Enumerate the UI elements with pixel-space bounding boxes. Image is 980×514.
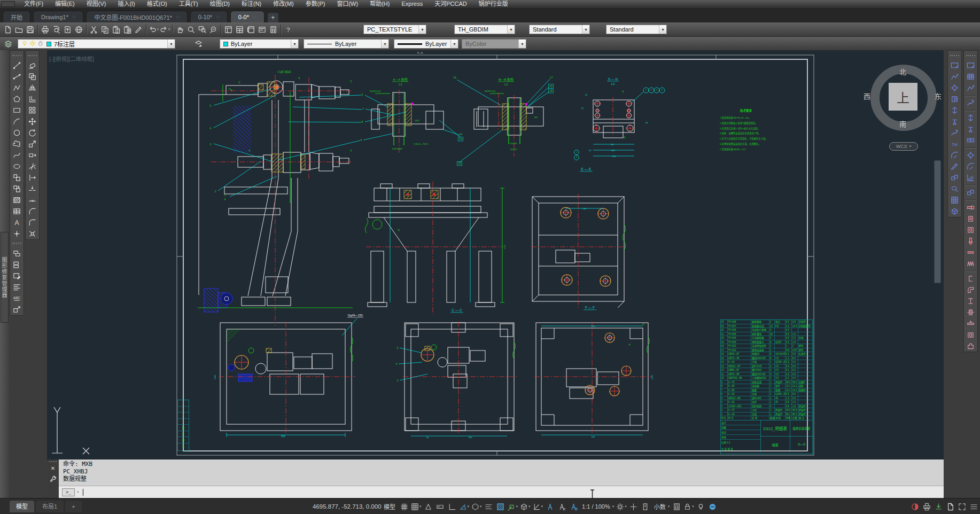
pccad-pencil-icon[interactable] bbox=[948, 161, 961, 172]
layer-on-icon[interactable] bbox=[21, 40, 28, 48]
pan-button[interactable] bbox=[174, 24, 185, 35]
layer-properties-icon[interactable] bbox=[3, 38, 14, 50]
vertical-scrollbar-thumb[interactable] bbox=[934, 160, 941, 283]
doc-tab-4[interactable]: 0-0*∷ bbox=[230, 11, 265, 22]
command-close-icon[interactable]: ✕ bbox=[51, 465, 55, 471]
pccad-text-t-icon[interactable]: Txt bbox=[948, 138, 961, 150]
pccad2-vtol-icon[interactable] bbox=[964, 123, 977, 135]
pccad2-screw2-icon[interactable] bbox=[964, 236, 977, 247]
status-quick-calc[interactable] bbox=[671, 501, 682, 512]
table-style-combo[interactable]: Standard▾ bbox=[529, 25, 590, 34]
layout-tab-布局1[interactable]: 布局1 bbox=[36, 501, 64, 512]
web-button[interactable] bbox=[73, 24, 84, 35]
menu-item-10[interactable]: 窗口(W) bbox=[331, 0, 364, 8]
drawing-area[interactable]: A—A 剖视1∶2B—B 剖视1∶2D — D1∶2E — EC — CF — … bbox=[47, 50, 944, 460]
draw-ellipse-icon[interactable] bbox=[10, 161, 24, 172]
new-button[interactable] bbox=[2, 24, 13, 35]
make-current-layer-icon[interactable] bbox=[193, 38, 204, 50]
status-status-expand[interactable] bbox=[956, 501, 967, 512]
dim-style-combo[interactable]: TH_GBDIM▾ bbox=[454, 25, 515, 34]
status-infer-constraints[interactable] bbox=[423, 501, 434, 512]
pccad-pl3-icon[interactable]: 3 bbox=[948, 71, 961, 82]
modify-erase-icon[interactable] bbox=[26, 60, 39, 71]
text-tt-copy-icon[interactable] bbox=[10, 259, 24, 270]
status-isolate-objects[interactable] bbox=[696, 501, 706, 512]
status-lock-ui[interactable]: ▾ bbox=[683, 501, 695, 512]
drawing-recovery-manager-tab[interactable]: 图形修复管理器 bbox=[1, 232, 9, 323]
status-transparency[interactable] bbox=[495, 501, 506, 512]
redo-button[interactable]: ▾ bbox=[159, 24, 170, 35]
pccad2-weld-icon[interactable] bbox=[964, 97, 977, 108]
status-dynamic-input[interactable] bbox=[435, 501, 446, 512]
doc-tab-1[interactable]: Drawing1*∷ bbox=[33, 11, 83, 22]
status-ortho-mode[interactable] bbox=[447, 501, 457, 512]
pccad2-nut2-icon[interactable] bbox=[964, 213, 977, 224]
pccad2-bearing-icon[interactable] bbox=[964, 224, 977, 236]
draw-line-icon[interactable] bbox=[10, 60, 24, 71]
modify-trim-icon[interactable] bbox=[26, 161, 39, 172]
menu-item-12[interactable]: Express bbox=[395, 0, 429, 8]
layout-tab-+[interactable]: + bbox=[65, 501, 81, 512]
menu-item-11[interactable]: 帮助(H) bbox=[364, 0, 395, 8]
status-annotation-lines[interactable] bbox=[484, 501, 494, 512]
draw-insert-block-icon[interactable] bbox=[10, 172, 24, 183]
menu-item-3[interactable]: 插入(I) bbox=[112, 0, 141, 8]
command-input[interactable]: >_ ▾ bbox=[59, 486, 944, 498]
pccad2-channel-icon[interactable] bbox=[964, 273, 977, 284]
lineweight-combo[interactable]: ByLayer▾ bbox=[394, 39, 458, 49]
draw-make-block-icon[interactable] bbox=[10, 183, 24, 194]
quick-calc-button[interactable] bbox=[268, 24, 279, 35]
draw-revcloud-icon[interactable] bbox=[10, 138, 24, 150]
status-grid-display[interactable] bbox=[399, 501, 409, 512]
status-status-menu[interactable] bbox=[968, 501, 979, 512]
pccad-target-icon[interactable] bbox=[948, 82, 961, 94]
pccad2-ibeam-icon[interactable] bbox=[964, 295, 977, 307]
pccad2-spring-icon[interactable] bbox=[964, 258, 977, 269]
status-clean-screen[interactable] bbox=[707, 501, 718, 512]
status-annotation-scale-sync[interactable] bbox=[568, 501, 579, 512]
pccad-weld-icon[interactable] bbox=[948, 127, 961, 138]
status-dynamic-ucs[interactable]: ▾ bbox=[532, 501, 544, 512]
modify-rotate-icon[interactable] bbox=[26, 127, 39, 138]
status-graphics-performance[interactable] bbox=[909, 501, 920, 512]
plot-button[interactable] bbox=[40, 24, 51, 35]
text-tt-scale-icon[interactable] bbox=[10, 304, 24, 315]
draw-xline-icon[interactable] bbox=[10, 71, 24, 82]
draw-pline-icon[interactable] bbox=[10, 82, 24, 94]
save-button[interactable] bbox=[25, 24, 36, 35]
wcs-dropdown[interactable]: WCS▾ bbox=[889, 142, 918, 151]
tool-palettes-button[interactable] bbox=[245, 24, 256, 35]
menu-item-6[interactable]: 绘图(D) bbox=[204, 0, 236, 8]
menu-item-7[interactable]: 标注(N) bbox=[236, 0, 267, 8]
modify-explode-icon[interactable] bbox=[26, 228, 39, 239]
paste-special-button[interactable] bbox=[122, 24, 133, 35]
match-properties-button[interactable] bbox=[133, 24, 144, 35]
mleader-style-combo[interactable]: Standard▾ bbox=[606, 25, 667, 34]
layout-tab-模型[interactable]: 模型 bbox=[10, 501, 34, 512]
new-tab-button[interactable]: + bbox=[268, 13, 278, 22]
pccad-magellipse-icon[interactable] bbox=[948, 183, 961, 194]
pccad-blocks-icon[interactable] bbox=[948, 172, 961, 183]
pccad-dimv-icon[interactable] bbox=[948, 105, 961, 116]
status-units[interactable]: 小数▾ bbox=[652, 501, 671, 512]
status-annotation-scale[interactable]: 1:1 / 100%▾ bbox=[580, 501, 615, 512]
draw-hatch-icon[interactable] bbox=[10, 194, 24, 206]
modify-mirror-icon[interactable] bbox=[26, 82, 39, 94]
paste-button[interactable] bbox=[111, 24, 122, 35]
pccad2-dimv-icon[interactable] bbox=[964, 112, 977, 123]
menu-item-0[interactable]: 文件(F) bbox=[18, 0, 49, 8]
status-shared-views[interactable] bbox=[945, 501, 955, 512]
status-autoscale[interactable] bbox=[556, 501, 567, 512]
zoom-window-button[interactable] bbox=[197, 24, 208, 35]
pccad2-gearshaft-icon[interactable] bbox=[964, 307, 977, 318]
preview-button[interactable] bbox=[51, 24, 62, 35]
menu-item-5[interactable]: 工具(T) bbox=[173, 0, 204, 8]
viewcube-south[interactable]: 南 bbox=[899, 119, 906, 129]
modify-extend-icon[interactable] bbox=[26, 172, 39, 183]
modify-chamfer-icon[interactable] bbox=[26, 206, 39, 217]
undo-button[interactable]: ▾ bbox=[148, 24, 159, 35]
doc-tab-0[interactable]: 开始 bbox=[3, 11, 30, 22]
draw-point-icon[interactable] bbox=[10, 228, 24, 239]
text-tt-move-icon[interactable] bbox=[10, 248, 24, 259]
draw-arc-icon[interactable] bbox=[10, 116, 24, 127]
